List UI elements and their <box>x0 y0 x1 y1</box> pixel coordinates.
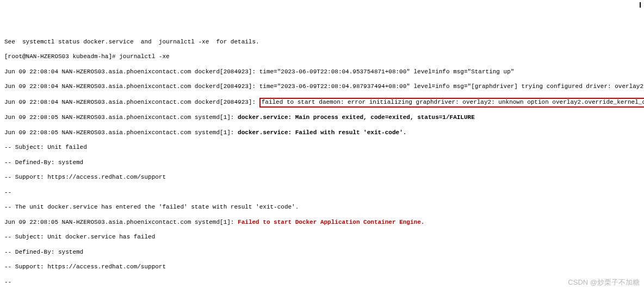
shell-prompt: [root@NAN-HZEROS03 kubeadm-ha]# <box>4 53 119 60</box>
log-prefix: Jun 09 22:08:04 NAN-HZEROS03.asia.phoeni… <box>4 99 259 105</box>
watermark: CSDN @炒栗子不加糖 <box>568 278 640 287</box>
log-line-error: Jun 09 22:08:04 NAN-HZEROS03.asia.phoeni… <box>4 98 640 107</box>
log-line: -- <box>4 279 640 286</box>
log-line: -- Support: https://access.redhat.com/su… <box>4 263 640 271</box>
log-error: Failed to start Docker Application Conta… <box>238 219 424 225</box>
log-line: Jun 09 22:08:05 NAN-HZEROS03.asia.phoeni… <box>4 114 640 122</box>
terminal-output[interactable]: See systemctl status docker.service and … <box>4 31 640 289</box>
log-line: Jun 09 22:08:05 NAN-HZEROS03.asia.phoeni… <box>4 129 640 137</box>
log-line: -- Defined-By: systemd <box>4 159 640 167</box>
log-line: -- Subject: Unit failed <box>4 144 640 152</box>
log-prefix: Jun 09 22:08:05 NAN-HZEROS03.asia.phoeni… <box>4 114 238 121</box>
log-line: See systemctl status docker.service and … <box>4 39 640 46</box>
log-line: Jun 09 22:08:04 NAN-HZEROS03.asia.phoeni… <box>4 68 640 76</box>
log-prefix: Jun 09 22:08:05 NAN-HZEROS03.asia.phoeni… <box>4 219 238 225</box>
log-line: -- <box>4 189 640 197</box>
log-bold: docker.service: Main process exited, cod… <box>238 114 475 121</box>
command: journalctl -xe <box>119 53 169 60</box>
highlighted-error: failed to start daemon: error initializi… <box>259 98 644 108</box>
shell-prompt-line: [root@NAN-HZEROS03 kubeadm-ha]# journalc… <box>4 53 640 61</box>
log-line: -- Defined-By: systemd <box>4 249 640 256</box>
log-line: -- Subject: Unit docker.service has fail… <box>4 234 640 241</box>
log-line: Jun 09 22:08:05 NAN-HZEROS03.asia.phoeni… <box>4 219 640 227</box>
log-line: -- Support: https://access.redhat.com/su… <box>4 174 640 181</box>
log-bold: docker.service: Failed with result 'exit… <box>238 129 406 136</box>
log-line: -- The unit docker.service has entered t… <box>4 204 640 211</box>
log-prefix: Jun 09 22:08:05 NAN-HZEROS03.asia.phoeni… <box>4 129 238 136</box>
log-line: Jun 09 22:08:04 NAN-HZEROS03.asia.phoeni… <box>4 83 640 91</box>
